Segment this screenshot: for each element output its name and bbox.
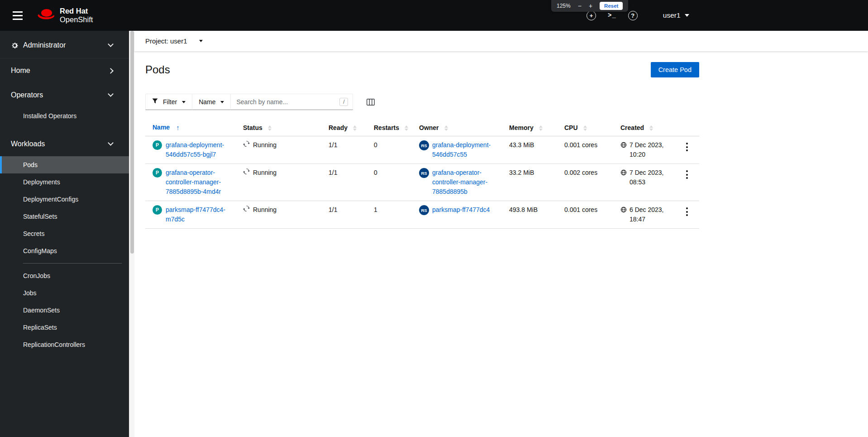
sidebar-item-label: Home — [11, 67, 30, 75]
sidebar-item-statefulsets[interactable]: StatefulSets — [0, 208, 129, 225]
scrollbar-thumb[interactable] — [130, 31, 134, 254]
sort-icon — [353, 125, 357, 131]
page-title: Pods — [145, 63, 170, 76]
memory-cell: 43.3 MiB — [502, 136, 557, 164]
page-content: Pods Create Pod Filter Name / — [134, 62, 710, 229]
chevron-down-icon — [108, 140, 114, 146]
created-text: 7 Dec 2023, 10:20 — [630, 140, 667, 159]
manage-columns-button[interactable] — [367, 99, 375, 106]
sidebar-item-secrets[interactable]: Secrets — [0, 225, 129, 242]
sidebar-nav: Home Operators Installed Operators Workl… — [0, 58, 129, 353]
sidebar-item-configmaps[interactable]: ConfigMaps — [0, 242, 129, 259]
kebab-menu-button[interactable] — [682, 140, 692, 154]
masthead: Red Hat OpenShift + >_ ? user1 — [0, 0, 868, 31]
table-row: P parksmap-ff7477dc4-m7d5c Running 1/1 1… — [145, 201, 699, 229]
chevron-down-icon — [685, 14, 689, 17]
table-row: P grafana-operator-controller-manager-78… — [145, 164, 699, 201]
cpu-cell: 0.001 cores — [557, 136, 613, 164]
created-text: 6 Dec 2023, 18:47 — [630, 205, 667, 224]
owner-link[interactable]: parksmap-ff7477dc4 — [432, 205, 492, 215]
sort-icon — [539, 125, 543, 131]
quick-create-button[interactable]: + — [587, 11, 596, 20]
sidebar-item-pods[interactable]: Pods — [0, 156, 129, 173]
column-header-status[interactable]: Status — [236, 119, 321, 136]
pod-badge: P — [153, 140, 162, 150]
menu-toggle-icon[interactable] — [8, 6, 27, 25]
pod-name-link[interactable]: grafana-deployment-546dd57c55-bgjl7 — [166, 140, 232, 159]
column-header-ready[interactable]: Ready — [321, 119, 367, 136]
plus-circle-icon: + — [587, 11, 596, 20]
perspective-label: Administrator — [23, 41, 66, 49]
browser-zoom-popup: 125% − + Reset — [551, 0, 628, 12]
sidebar-item-label: Workloads — [11, 140, 45, 148]
brand: Red Hat OpenShift — [37, 7, 93, 24]
sidebar: Administrator Home Operators Installed O… — [0, 31, 129, 437]
globe-icon — [620, 206, 627, 224]
kebab-menu-button[interactable] — [682, 205, 692, 218]
chevron-down-icon — [182, 101, 186, 103]
attribute-dropdown[interactable]: Name — [192, 94, 231, 110]
brand-line-2: OpenShift — [60, 15, 93, 24]
brand-text: Red Hat OpenShift — [60, 7, 93, 24]
perspective-switcher[interactable]: Administrator — [0, 31, 129, 58]
restarts-cell: 1 — [367, 201, 412, 229]
page-header: Pods Create Pod — [145, 62, 699, 77]
search-box: / — [230, 94, 353, 110]
shortcut-hint: / — [339, 98, 348, 106]
column-header-memory[interactable]: Memory — [502, 119, 557, 136]
pod-name-link[interactable]: parksmap-ff7477dc4-m7d5c — [166, 205, 232, 224]
column-header-name[interactable]: Name↑ — [145, 119, 236, 136]
web-terminal-button[interactable]: >_ — [608, 12, 616, 19]
nav-divider — [23, 263, 122, 264]
status-text: Running — [253, 205, 277, 215]
pod-badge: P — [153, 168, 162, 178]
sidebar-item-replicasets[interactable]: ReplicaSets — [0, 319, 129, 336]
replicaset-badge: RS — [419, 205, 429, 215]
owner-link[interactable]: grafana-deployment-546dd57c55 — [432, 140, 492, 159]
owner-link[interactable]: grafana-operator-controller-manager-7885… — [432, 168, 492, 197]
pod-name-link[interactable]: grafana-operator-controller-manager-7885… — [166, 168, 232, 197]
kebab-menu-button[interactable] — [682, 168, 692, 181]
column-header-created[interactable]: Created — [613, 119, 674, 136]
zoom-out-button[interactable]: − — [578, 3, 582, 9]
filter-toolbar: Filter Name / — [145, 94, 699, 110]
zoom-reset-button[interactable]: Reset — [600, 2, 623, 10]
sidebar-item-deploymentconfigs[interactable]: DeploymentConfigs — [0, 191, 129, 208]
filter-dropdown[interactable]: Filter — [145, 94, 192, 110]
restarts-cell: 0 — [367, 164, 412, 201]
project-selector[interactable]: Project: user1 — [134, 31, 868, 51]
attribute-label: Name — [199, 98, 215, 106]
column-header-restarts[interactable]: Restarts — [367, 119, 412, 136]
sidebar-item-installed-operators[interactable]: Installed Operators — [0, 107, 129, 125]
redhat-logo-icon — [37, 8, 55, 24]
chevron-down-icon — [108, 41, 114, 47]
sync-running-icon — [243, 205, 250, 215]
sidebar-item-cronjobs[interactable]: CronJobs — [0, 267, 129, 284]
pods-table: Name↑ Status Ready Restarts Owner — [145, 119, 699, 229]
main-content: Project: user1 Pods Create Pod Filter Na… — [134, 31, 868, 437]
cpu-cell: 0.002 cores — [557, 164, 613, 201]
sort-icon — [405, 125, 408, 131]
create-pod-button[interactable]: Create Pod — [651, 62, 699, 77]
sidebar-item-home[interactable]: Home — [0, 58, 129, 83]
sidebar-item-daemonsets[interactable]: DaemonSets — [0, 302, 129, 319]
ready-cell: 1/1 — [321, 136, 367, 164]
column-header-cpu[interactable]: CPU — [557, 119, 613, 136]
zoom-in-button[interactable]: + — [589, 3, 592, 9]
sidebar-item-replicationcontrollers[interactable]: ReplicationControllers — [0, 336, 129, 353]
sidebar-item-deployments[interactable]: Deployments — [0, 173, 129, 191]
search-input[interactable] — [236, 98, 339, 106]
user-menu[interactable]: user1 — [663, 11, 689, 19]
column-header-owner[interactable]: Owner — [412, 119, 502, 136]
sort-icon — [268, 125, 272, 131]
sidebar-item-jobs[interactable]: Jobs — [0, 284, 129, 302]
column-header-actions — [674, 119, 699, 136]
status-text: Running — [253, 140, 277, 150]
sidebar-item-workloads[interactable]: Workloads — [0, 132, 129, 156]
status-text: Running — [253, 168, 277, 178]
filter-icon — [152, 98, 158, 106]
sort-icon — [583, 125, 587, 131]
sidebar-scrollbar — [129, 31, 134, 437]
sidebar-item-operators[interactable]: Operators — [0, 83, 129, 107]
help-button[interactable]: ? — [628, 11, 638, 20]
